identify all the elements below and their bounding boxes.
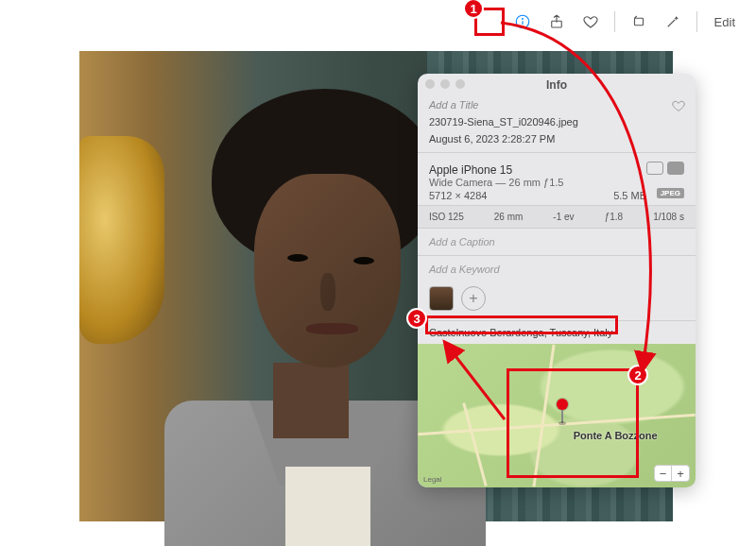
favorite-heart-icon[interactable] xyxy=(580,11,601,32)
panel-favorite-icon[interactable] xyxy=(671,98,686,115)
camera-info-block: Apple iPhone 15 Wide Camera — 26 mm ƒ1.5… xyxy=(418,158,696,205)
add-face-button[interactable]: + xyxy=(461,286,486,311)
filename-label: 230719-Siena_ST_i020946.jpeg xyxy=(418,113,696,130)
camera-lens: Wide Camera — 26 mm ƒ1.5 xyxy=(429,177,684,188)
photo-type-icon xyxy=(667,162,684,175)
rotate-icon[interactable] xyxy=(628,11,649,32)
svg-point-2 xyxy=(522,19,523,20)
annotation-highlight-3 xyxy=(425,316,618,334)
image-dimensions: 5712 × 4284 xyxy=(429,190,487,201)
photo-type-icon xyxy=(646,162,663,175)
info-button[interactable] xyxy=(512,11,533,32)
annotation-badge-2: 2 xyxy=(627,365,648,385)
svg-rect-4 xyxy=(634,18,643,26)
zoom-in-button[interactable]: + xyxy=(672,466,689,481)
edit-button[interactable]: Edit xyxy=(711,15,739,29)
photo-background xyxy=(79,136,164,344)
keyword-input[interactable]: Add a Keyword xyxy=(418,256,696,282)
toolbar-divider xyxy=(696,11,697,32)
exif-aperture: ƒ1.8 xyxy=(605,212,623,222)
top-toolbar: Edit xyxy=(512,11,739,32)
exif-iso: ISO 125 xyxy=(429,212,464,222)
format-badge: JPEG xyxy=(657,188,684,198)
annotation-badge-3: 3 xyxy=(406,308,427,329)
exif-shutter: 1/108 s xyxy=(653,212,684,222)
title-input[interactable]: Add a Title xyxy=(418,96,696,113)
caption-input[interactable]: Add a Caption xyxy=(418,229,696,255)
exif-focal: 26 mm xyxy=(494,212,524,222)
zoom-out-button[interactable]: − xyxy=(655,466,672,481)
map-zoom-control: − + xyxy=(654,465,690,482)
exif-row: ISO 125 26 mm -1 ev ƒ1.8 1/108 s xyxy=(418,205,696,229)
datetime-label[interactable]: August 6, 2023 2:28:27 PM xyxy=(418,130,696,147)
exif-ev: -1 ev xyxy=(553,212,574,222)
faces-row: + xyxy=(418,282,696,320)
share-icon[interactable] xyxy=(546,11,567,32)
toolbar-divider xyxy=(614,11,615,32)
map-legal-link[interactable]: Legal xyxy=(423,475,442,484)
window-controls[interactable] xyxy=(425,79,465,89)
detected-face-thumbnail[interactable] xyxy=(429,286,454,311)
panel-title: Info xyxy=(546,78,567,92)
annotation-highlight-2 xyxy=(507,368,639,478)
panel-titlebar: Info xyxy=(418,74,696,96)
auto-enhance-icon[interactable] xyxy=(662,11,683,32)
file-size: 5.5 MB xyxy=(613,190,646,201)
